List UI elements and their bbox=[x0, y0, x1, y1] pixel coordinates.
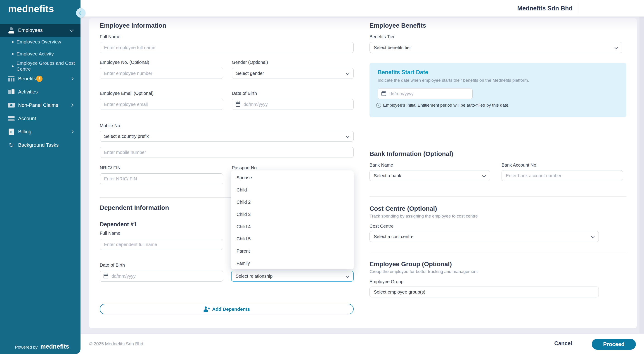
mobile-number-input[interactable] bbox=[100, 147, 354, 158]
bank-account-input[interactable] bbox=[502, 170, 623, 181]
person-icon bbox=[8, 27, 15, 34]
sidebar-item-label: Background Tasks bbox=[18, 142, 58, 148]
relationship-option[interactable]: Family bbox=[231, 257, 354, 269]
cost-centre-select[interactable]: Select a cost centre bbox=[370, 231, 599, 242]
dob-date-input[interactable]: dd/mm/yyyy bbox=[232, 99, 354, 110]
dependent-dob-date-input[interactable]: dd/mm/yyyy bbox=[100, 271, 223, 281]
employee-group-subtitle: Group the employee for better tracking a… bbox=[370, 269, 478, 274]
cost-centre-value: Select a cost centre bbox=[374, 234, 414, 239]
country-prefix-select[interactable]: Select a country prefix bbox=[100, 131, 354, 142]
country-prefix-value: Select a country prefix bbox=[104, 134, 149, 139]
benefits-start-date-title: Benefits Start Date bbox=[378, 69, 428, 76]
footer-action-bar: © 2025 Mednefits Sdn Bhd Cancel Proceed bbox=[77, 334, 644, 354]
passport-label: Passport No. bbox=[232, 165, 258, 170]
bullet-icon bbox=[12, 41, 14, 43]
nric-input[interactable] bbox=[100, 173, 223, 184]
relationship-option[interactable]: Child 5 bbox=[231, 233, 354, 245]
employee-benefits-title: Employee Benefits bbox=[370, 22, 426, 29]
bank-information-title: Bank Information (Optional) bbox=[370, 150, 453, 158]
employee-no-label: Employee No. (Optional) bbox=[100, 60, 149, 65]
gender-select-value: Select gender bbox=[236, 71, 264, 76]
bullet-icon bbox=[12, 65, 14, 67]
sidebar: mednefits Employees Employees Overview E… bbox=[0, 0, 80, 354]
add-employee-page: { "sidebar": { "logo": "mednefits", "emp… bbox=[0, 0, 644, 354]
add-dependents-button[interactable]: + Add Dependents bbox=[100, 304, 354, 314]
bank-name-select[interactable]: Select a bank bbox=[370, 170, 490, 181]
dependent-full-name-label: Full Name bbox=[100, 231, 120, 236]
bank-name-label: Bank Name bbox=[370, 163, 393, 168]
scroll-track[interactable] bbox=[640, 17, 644, 334]
dependent-full-name-input[interactable] bbox=[100, 239, 223, 250]
dob-placeholder: dd/mm/yyyy bbox=[244, 102, 268, 107]
section-divider bbox=[370, 196, 626, 197]
relationship-option[interactable]: Child bbox=[231, 184, 354, 196]
sidebar-item-activities[interactable]: Activities bbox=[0, 86, 80, 98]
chevron-left-icon bbox=[79, 11, 82, 15]
sidebar-item-benefits[interactable]: Benefits ! bbox=[0, 73, 80, 85]
sidebar-item-account[interactable]: Account bbox=[0, 113, 80, 125]
benefits-start-date-description: Indicate the date when employee starts t… bbox=[378, 78, 529, 83]
email-input[interactable] bbox=[100, 99, 223, 110]
relationship-option[interactable]: Child 2 bbox=[231, 196, 354, 208]
chevron-down-icon bbox=[346, 72, 350, 75]
sync-icon: ↻ bbox=[8, 142, 15, 148]
benefits-start-date-note-text: Employee’s Initial Entitlement period wi… bbox=[383, 103, 510, 108]
benefits-columns-icon bbox=[8, 76, 15, 82]
gender-select[interactable]: Select gender bbox=[232, 68, 354, 79]
powered-by: Powered by mednefits bbox=[15, 343, 69, 350]
benefits-tier-label: Benefits Tier bbox=[370, 34, 394, 39]
bank-name-value: Select a bank bbox=[374, 173, 401, 178]
sidebar-item-employee-groups-cost-centre[interactable]: Employee Groups and Cost Centre bbox=[0, 59, 80, 73]
gender-label: Gender (Optional) bbox=[232, 60, 268, 65]
relationship-option[interactable]: Spouse bbox=[231, 172, 354, 184]
employee-group-label: Employee Group bbox=[370, 279, 404, 284]
sidebar-item-label: Activities bbox=[18, 89, 38, 95]
cancel-button[interactable]: Cancel bbox=[554, 340, 572, 346]
dob-label: Date of Birth bbox=[232, 91, 257, 96]
calendar-icon bbox=[104, 274, 108, 278]
relationship-option[interactable]: Parent bbox=[231, 245, 354, 257]
benefits-start-date-panel: Benefits Start Date Indicate the date wh… bbox=[370, 63, 626, 117]
mednefits-footer-logo: mednefits bbox=[40, 343, 69, 350]
cost-centre-subtitle: Track spending by assigning the employee… bbox=[370, 214, 478, 219]
sidebar-item-background-tasks[interactable]: ↻ Background Tasks bbox=[0, 139, 80, 151]
sidebar-item-non-panel-claims[interactable]: Non-Panel Claims bbox=[0, 99, 80, 111]
benefits-start-date-input[interactable]: dd/mm/yyyy bbox=[378, 88, 472, 99]
sidebar-item-billing[interactable]: Billing bbox=[0, 126, 80, 138]
invoice-icon bbox=[8, 129, 15, 135]
sidebar-subitem-label: Employees Overview bbox=[16, 39, 61, 45]
chevron-right-icon bbox=[70, 77, 73, 81]
sidebar-collapse-button[interactable] bbox=[76, 8, 86, 18]
full-name-label: Full Name bbox=[100, 34, 120, 39]
sidebar-item-label: Non-Panel Claims bbox=[18, 102, 58, 108]
copyright-text: © 2025 Mednefits Sdn Bhd bbox=[89, 341, 143, 346]
mobile-label: Mobile No. bbox=[100, 123, 122, 128]
add-employee-form-card: Employee Information Full Name Employee … bbox=[89, 18, 637, 328]
proceed-button[interactable]: Proceed bbox=[592, 339, 636, 350]
calendar-icon bbox=[236, 102, 240, 107]
chevron-down-icon bbox=[614, 46, 618, 49]
relationship-option[interactable]: Child 3 bbox=[231, 208, 354, 220]
employee-no-input[interactable] bbox=[100, 68, 223, 79]
top-header: Mednefits Sdn Bhd R ? bbox=[80, 0, 644, 17]
section-divider bbox=[370, 252, 626, 252]
employee-group-select[interactable]: Select employee group(s) bbox=[370, 286, 599, 297]
info-icon bbox=[376, 103, 381, 108]
full-name-input[interactable] bbox=[100, 42, 354, 53]
dependent-1-title: Dependent #1 bbox=[100, 221, 137, 228]
benefits-start-date-placeholder: dd/mm/yyyy bbox=[390, 91, 414, 96]
chevron-right-icon bbox=[70, 130, 73, 134]
benefits-tier-value: Select benefits tier bbox=[374, 45, 411, 50]
sidebar-subitem-label: Employee Activity bbox=[16, 51, 54, 57]
bank-account-label: Bank Account No. bbox=[502, 163, 538, 168]
relationship-option[interactable]: Child 4 bbox=[231, 220, 354, 233]
benefits-tier-select[interactable]: Select benefits tier bbox=[370, 42, 622, 53]
sidebar-item-label: Employees bbox=[18, 27, 43, 33]
sidebar-subitem-label: Employee Groups and Cost Centre bbox=[16, 60, 75, 72]
sidebar-item-employees-overview[interactable]: Employees Overview bbox=[0, 37, 80, 47]
employee-information-title: Employee Information bbox=[100, 22, 166, 29]
benefits-start-date-note: Employee’s Initial Entitlement period wi… bbox=[376, 103, 510, 108]
relationship-select[interactable]: Select relationship bbox=[231, 271, 354, 281]
sidebar-item-employee-activity[interactable]: Employee Activity bbox=[0, 49, 80, 59]
sidebar-item-employees[interactable]: Employees bbox=[0, 24, 80, 37]
